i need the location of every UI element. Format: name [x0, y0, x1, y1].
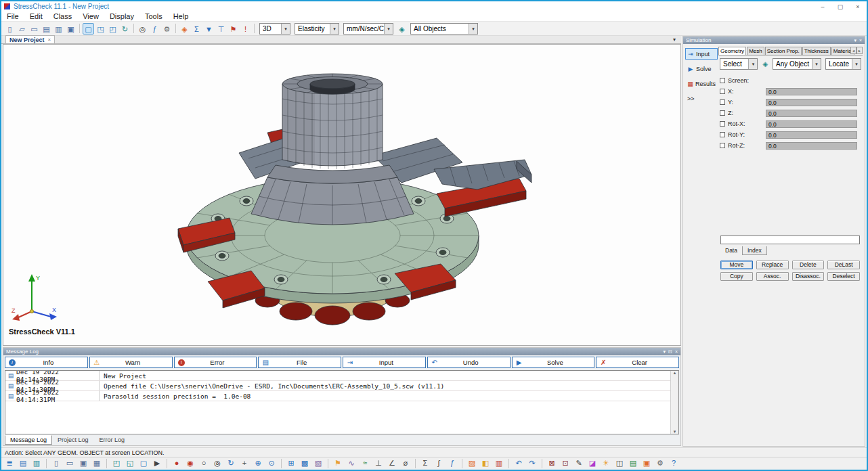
rotate-view-icon[interactable]: ↻ — [225, 458, 237, 469]
zoom-extents-icon[interactable]: ⊕ — [252, 458, 264, 469]
log-row[interactable]: ▤ Dec 19 2022 04:14:31PM Parasolid sessi… — [5, 391, 678, 401]
report-icon[interactable]: ▤ — [627, 458, 639, 469]
project-log-toggle-icon[interactable]: ▤ — [17, 458, 29, 469]
panel-close-icon[interactable]: × — [675, 349, 678, 355]
import-file-icon[interactable]: ▤ — [41, 23, 52, 35]
display-objects-icon[interactable]: ◈ — [396, 23, 408, 35]
tab-data[interactable]: Data — [720, 246, 742, 255]
undo-icon[interactable]: ↶ — [513, 458, 525, 469]
menu-view[interactable]: View — [77, 12, 104, 20]
box-select-icon[interactable]: ◳ — [95, 23, 106, 35]
rot-z-checkbox[interactable] — [720, 143, 725, 148]
angle-icon[interactable]: ∠ — [386, 458, 398, 469]
units-select[interactable]: mm/N/sec/C ▾ — [343, 23, 393, 35]
error-log-toggle-icon[interactable]: ▥ — [30, 458, 43, 469]
y-checkbox[interactable] — [720, 99, 725, 105]
log-scrollbar[interactable]: ▲ ▼ — [670, 371, 678, 434]
panel-chevron-down-icon[interactable]: ▾ — [664, 349, 666, 355]
minimize-icon[interactable]: – — [814, 2, 831, 12]
screen-checkbox[interactable] — [720, 78, 725, 83]
copy-icon[interactable]: ▣ — [77, 458, 89, 469]
exclaim-icon[interactable]: ! — [240, 23, 251, 35]
export-image-icon[interactable]: ▣ — [641, 458, 653, 469]
dimension-icon[interactable]: ⊡ — [559, 458, 571, 469]
error-filter-button[interactable]: ! Error — [174, 357, 257, 368]
rot-x-checkbox[interactable] — [720, 121, 725, 127]
dimension-select[interactable]: 3D ▾ — [259, 23, 290, 35]
help-icon[interactable]: ? — [668, 458, 680, 469]
copy-view-icon[interactable]: ▣ — [65, 23, 77, 35]
sum-icon[interactable]: Σ — [419, 458, 431, 469]
filter-icon[interactable]: ▼ — [203, 23, 215, 35]
pan-view-icon[interactable]: + — [238, 458, 251, 469]
point-icon[interactable]: ● — [171, 458, 183, 469]
menu-edit[interactable]: Edit — [24, 12, 48, 20]
z-checkbox[interactable] — [720, 110, 725, 116]
annotate-icon[interactable]: ✎ — [573, 458, 585, 469]
move-button[interactable]: Move — [720, 261, 753, 269]
open-project-icon[interactable]: ▱ — [16, 23, 28, 35]
assoc-button[interactable]: Assoc. — [756, 272, 789, 281]
menu-class[interactable]: Class — [48, 12, 78, 20]
wave-icon[interactable]: ≈ — [359, 458, 371, 469]
tab-geometry[interactable]: Geometry — [718, 47, 746, 55]
solve-nav-button[interactable]: ▶ Solve — [685, 63, 718, 74]
model-cylinder[interactable] — [282, 74, 383, 169]
menu-tools[interactable]: Tools — [139, 12, 168, 20]
error-flag-icon[interactable]: ⚑ — [227, 23, 239, 35]
file-filter-button[interactable]: ▤ File — [258, 357, 341, 368]
input-filter-button[interactable]: ⇥ Input — [343, 357, 426, 368]
panel-chevron-down-icon[interactable]: ▾ — [854, 38, 856, 43]
message-log-toggle-icon[interactable]: ≣ — [3, 458, 16, 469]
ellipse-icon[interactable]: ◎ — [211, 458, 223, 469]
select-mode-icon[interactable]: ▢ — [83, 23, 94, 35]
input-nav-button[interactable]: ⇥ Input — [685, 48, 718, 60]
open-file-icon[interactable]: ▭ — [64, 458, 76, 469]
perpendicular-icon[interactable]: ⊥ — [372, 458, 385, 469]
tab-thickness[interactable]: Thickness — [802, 47, 831, 55]
menu-help[interactable]: Help — [168, 12, 194, 20]
disassoc-button[interactable]: Disassoc. — [792, 272, 825, 281]
spline-icon[interactable]: ∿ — [345, 458, 357, 469]
snapshot-icon[interactable]: ◫ — [613, 458, 626, 469]
method-select[interactable]: Select ▾ — [720, 58, 758, 70]
tab-error-log[interactable]: Error Log — [94, 435, 131, 445]
tab-message-log[interactable]: Message Log — [5, 435, 52, 445]
render-icon[interactable]: ☀ — [600, 458, 612, 469]
half-fill-icon[interactable]: ◧ — [479, 458, 492, 469]
assembly-model[interactable] — [3, 45, 682, 346]
any-object-select[interactable]: Any Object ▾ — [773, 58, 821, 70]
scroll-down-icon[interactable]: ▼ — [671, 430, 678, 434]
class-select[interactable]: Elasticity ▾ — [295, 23, 339, 35]
tab-scroll-left-icon[interactable]: ◄ — [850, 47, 856, 54]
warn-filter-button[interactable]: ⚠ Warn — [89, 357, 173, 368]
tab-scroll-right-icon[interactable]: ► — [856, 47, 863, 54]
undo-button[interactable]: ↶ Undo — [427, 357, 511, 368]
mesh-view-icon[interactable]: ▩ — [299, 458, 311, 469]
hatch-icon[interactable]: ▥ — [493, 458, 505, 469]
diameter-icon[interactable]: ⌀ — [399, 458, 412, 469]
panel-float-icon[interactable]: ⊡ — [668, 349, 672, 355]
rotate-mode-icon[interactable]: ↻ — [119, 23, 131, 35]
grid-icon[interactable]: ⊞ — [285, 458, 297, 469]
menu-display[interactable]: Display — [104, 12, 139, 20]
select-window-icon[interactable]: ◰ — [110, 458, 123, 469]
panel-close-icon[interactable]: × — [859, 38, 862, 43]
pin-icon[interactable]: ⊤ — [215, 23, 227, 35]
y-value-field[interactable]: 0.0 — [766, 99, 857, 106]
select-all-icon[interactable]: ▢ — [137, 458, 150, 469]
tab-index[interactable]: Index — [742, 246, 767, 255]
rot-y-checkbox[interactable] — [720, 132, 725, 137]
settings-gear-icon[interactable]: ⚙ — [161, 23, 173, 35]
tab-section-prop[interactable]: Section Prop. — [765, 47, 802, 55]
measure-icon[interactable]: ⊠ — [546, 458, 558, 469]
texture-icon[interactable]: ◪ — [586, 458, 599, 469]
select-polygon-icon[interactable]: ◱ — [124, 458, 136, 469]
pick-cursor-icon[interactable]: ▶ — [151, 458, 163, 469]
object-input-field[interactable] — [720, 236, 860, 244]
rot-z-value-field[interactable]: 0.0 — [766, 142, 857, 150]
flag-icon[interactable]: ⚑ — [332, 458, 344, 469]
log-row[interactable]: ▤ Dec 19 2022 04:14:30PM New Project — [5, 371, 678, 381]
delete-button[interactable]: Delete — [792, 261, 825, 269]
material-points-icon[interactable]: ◈ — [179, 23, 190, 35]
